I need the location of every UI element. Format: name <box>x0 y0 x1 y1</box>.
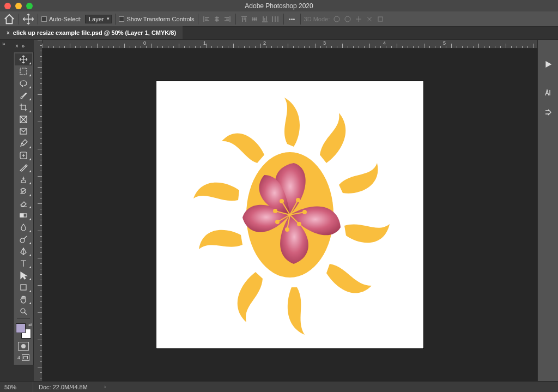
color-swatches[interactable]: ⇄ <box>15 322 32 340</box>
3d-orbit-icon[interactable] <box>333 15 341 23</box>
clone-stamp-tool[interactable] <box>15 173 32 185</box>
svg-rect-10 <box>21 285 26 290</box>
separator <box>300 14 301 25</box>
svg-point-17 <box>286 228 289 231</box>
3d-pan-icon[interactable] <box>355 15 362 23</box>
zoom-tool[interactable] <box>15 305 32 317</box>
ruler-h-label: 3 <box>323 40 326 46</box>
healing-brush-tool[interactable] <box>15 149 32 161</box>
document-tab-label: click up resize example file.psd @ 50% (… <box>13 29 176 36</box>
separator <box>235 14 236 25</box>
ruler-h-label: 0 <box>143 40 146 46</box>
window-maximize-button[interactable] <box>26 3 33 9</box>
close-tab-icon[interactable]: × <box>7 30 10 36</box>
app-title: Adobe Photoshop 2020 <box>245 2 313 10</box>
brush-tool[interactable] <box>15 89 32 101</box>
ruler-horizontal[interactable]: 012345 <box>43 40 537 49</box>
auto-select-checkbox[interactable]: Auto-Select: <box>41 16 82 22</box>
move-tool[interactable] <box>15 53 32 65</box>
ruler-h-label: 4 <box>383 40 386 46</box>
artboard[interactable] <box>156 81 423 348</box>
svg-point-11 <box>21 309 25 313</box>
align-middle-button[interactable] <box>250 14 259 24</box>
zoom-level[interactable]: 50% <box>0 384 33 390</box>
distribute-h-button[interactable] <box>270 14 280 24</box>
pen-tool[interactable] <box>15 245 32 257</box>
pencil-tool[interactable] <box>15 161 32 173</box>
options-bar: Auto-Select: Layer Show Transform Contro… <box>0 11 558 27</box>
ruler-vertical[interactable] <box>34 40 43 381</box>
3d-slide-icon[interactable] <box>366 15 373 23</box>
svg-point-1 <box>345 16 350 22</box>
svg-rect-2 <box>378 17 383 21</box>
swap-colors-icon[interactable]: ⇄ <box>28 322 32 327</box>
window-close-button[interactable] <box>4 3 11 9</box>
align-right-button[interactable] <box>222 14 232 24</box>
ruler-h-label: 2 <box>263 40 266 46</box>
align-left-button[interactable] <box>202 14 211 24</box>
collapse-dock-icon[interactable]: » <box>2 41 5 47</box>
ellipsis-icon: ••• <box>289 16 295 22</box>
layer-4-label: 4 <box>17 355 20 360</box>
svg-rect-3 <box>20 68 27 75</box>
eraser-tool[interactable] <box>15 197 32 209</box>
path-selection-tool[interactable] <box>15 269 32 281</box>
lasso-tool[interactable] <box>15 77 32 89</box>
svg-rect-8 <box>20 214 23 217</box>
eyedropper-tool[interactable] <box>15 137 32 149</box>
status-bar: 50% Doc: 22.0M/44.8M› <box>0 381 558 392</box>
glyphs-panel-button[interactable] <box>541 86 555 100</box>
separator <box>283 14 284 25</box>
more-align-button[interactable]: ••• <box>287 14 297 24</box>
close-panel-icon[interactable]: × <box>15 43 19 49</box>
align-bottom-button[interactable] <box>260 14 270 24</box>
envelope-tool[interactable] <box>15 125 32 137</box>
3d-mode-label: 3D Mode: <box>304 16 330 22</box>
show-transform-checkbox[interactable]: Show Transform Controls <box>119 16 194 22</box>
properties-panel-button[interactable] <box>541 105 555 119</box>
3d-mode-icons <box>333 15 384 23</box>
svg-point-14 <box>296 198 300 202</box>
status-menu-chevron[interactable]: › <box>88 384 106 390</box>
blur-tool[interactable] <box>15 221 32 233</box>
home-button[interactable] <box>3 13 15 25</box>
document-tab[interactable]: × click up resize example file.psd @ 50%… <box>0 26 183 39</box>
marquee-tool[interactable] <box>15 65 32 77</box>
shape-tool[interactable] <box>15 281 32 293</box>
svg-point-18 <box>276 220 279 224</box>
dodge-tool[interactable] <box>15 233 32 245</box>
doc-size[interactable]: Doc: 22.0M/44.8M› <box>33 382 106 392</box>
crop-tool[interactable] <box>15 101 32 113</box>
quick-mask-button[interactable] <box>18 342 29 351</box>
align-top-button[interactable] <box>239 14 249 24</box>
svg-point-19 <box>274 209 277 213</box>
align-group <box>202 14 232 24</box>
window-minimize-button[interactable] <box>15 3 22 9</box>
hand-tool[interactable] <box>15 293 32 305</box>
3d-scale-icon[interactable] <box>377 15 384 23</box>
canvas-area[interactable] <box>43 49 537 381</box>
history-brush-tool[interactable] <box>15 185 32 197</box>
separator <box>115 14 116 25</box>
auto-select-label: Auto-Select: <box>49 16 82 22</box>
move-tool-icon[interactable] <box>22 13 34 25</box>
foreground-color-swatch[interactable] <box>16 323 26 333</box>
play-action-button[interactable] <box>541 57 555 71</box>
3d-roll-icon[interactable] <box>344 15 351 23</box>
expand-panel-icon[interactable]: » <box>22 43 25 49</box>
layer-group-select[interactable]: Layer <box>85 15 112 23</box>
frame-tool[interactable] <box>15 113 32 125</box>
gradient-tool[interactable] <box>15 209 32 221</box>
show-transform-label: Show Transform Controls <box>126 16 194 22</box>
type-tool[interactable] <box>15 257 32 269</box>
ruler-h-label: 5 <box>443 40 446 46</box>
align-center-h-button[interactable] <box>212 14 222 24</box>
tools-panel-header[interactable]: × » <box>13 40 34 52</box>
screen-mode-button[interactable] <box>22 354 29 361</box>
svg-point-0 <box>334 16 339 22</box>
separator <box>38 14 38 25</box>
separator <box>198 14 198 25</box>
svg-point-9 <box>20 238 25 243</box>
right-panel-dock: » <box>537 40 558 381</box>
separator <box>19 14 19 25</box>
